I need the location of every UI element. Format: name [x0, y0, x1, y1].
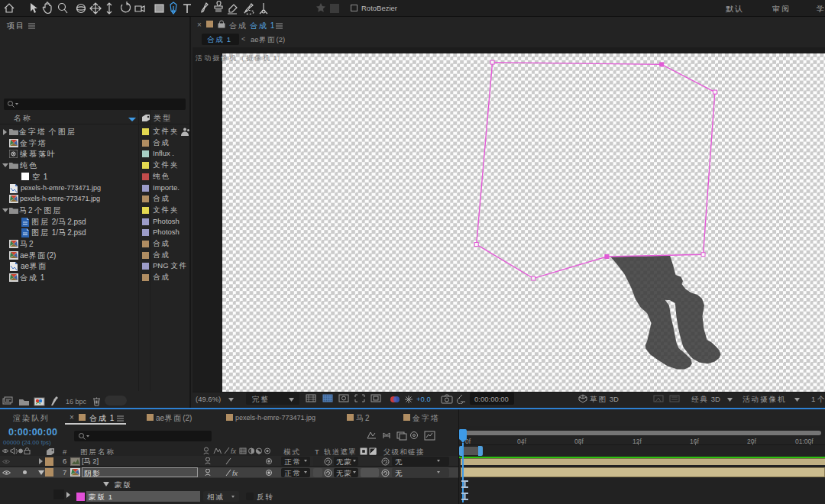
svg-text:fx: fx — [232, 470, 238, 477]
svg-text:fx: fx — [231, 447, 237, 455]
